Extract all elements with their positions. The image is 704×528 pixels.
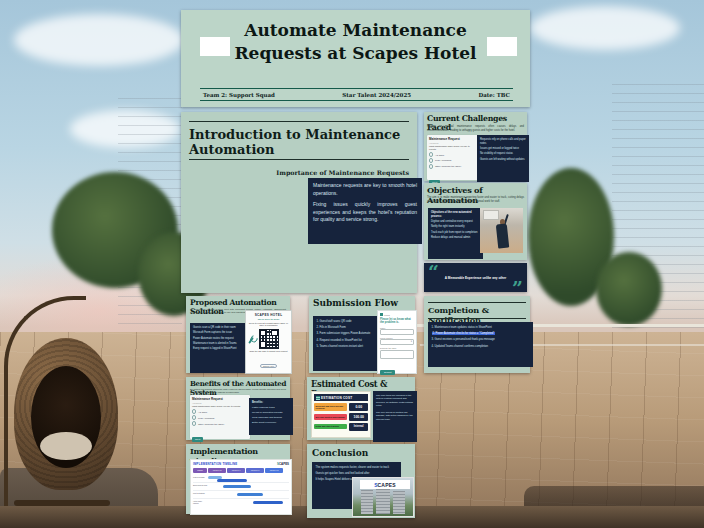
submit-button: Submit [380,370,395,375]
qr-code [259,329,279,349]
hotel-building-render: SCAPES [352,477,414,517]
form-option: AC Issue [192,409,248,413]
challenge-point: Requests rely on phone calls and paper n… [480,138,526,146]
benefits-points-box: Benefits: Faster response times No lost … [249,398,293,435]
completion-step: 3. Guest receives a personalised thank-y… [432,338,530,342]
form-title: Maintenance Request [429,137,476,141]
solution-point: Maintenance team is alerted in Teams [193,342,245,346]
form-option: Other (describe the issue) [429,164,476,168]
completion-slide-card[interactable]: Completion & Notification 1. Maintenance… [424,296,530,373]
estimation-cost-header: ESTIMATION COST [314,394,368,401]
submission-title: Submission Flow [313,298,398,308]
presentation-title: Automate Maintenance Requests at Scapes … [181,19,530,65]
objectives-slide-card[interactable]: Objectives of Automation The aim is to m… [424,183,527,260]
conclusion-slide-card[interactable]: Conclusion The system makes requests fas… [307,444,415,518]
submission-step: 5. Teams channel receives instant alert [317,345,377,349]
challenge-point: Issues get missed or logged twice [480,147,526,151]
radio-icon [429,152,433,156]
week-header: Week 7-8 [265,468,283,473]
textarea-input [380,350,414,359]
submission-step: 4. Request recorded in SharePoint list [317,339,377,343]
cost-value: Internal [349,423,368,431]
worker-body [496,223,509,248]
cost-row: Setup and staff training Internal [314,423,368,431]
cost-note: The only spend is printing QR signage, w… [376,411,414,421]
solution-slide-card[interactable]: Proposed Automation Solution An automate… [186,296,290,373]
cost-slide-card[interactable]: Estimated Cost & Resources ESTIMATION CO… [307,377,415,440]
radio-icon [192,421,196,425]
hotel-tower [376,486,390,514]
conclusion-point: Guests get quicker fixes and feel looked… [316,472,398,476]
wrench-icon [248,337,254,344]
weeks-column-header: Phase [193,468,207,473]
cost-row: QR code posters and signage 100.00 [314,413,368,421]
qr-flyer: SCAPES HOTEL We're here to help! Need to… [245,310,292,374]
gantt-title: IMPLEMENTATION TIMELINE [193,462,237,466]
title-footer-bar: Team 2: Support Squad Star Talent 2024/2… [200,88,513,101]
objective-point: Digitise and centralise every request [431,220,480,224]
qr-marker [260,330,267,337]
phase-label: Hotel-wide launch [193,500,208,504]
objective-point: Reduce delays and manual admin [431,236,480,240]
flyer-tagline: We're here to help! [248,318,289,321]
submission-steps-box: 1. Guest/staff scans QR code 2. Fills in… [313,316,380,371]
flyer-hotel-name: SCAPES HOTEL [248,313,289,317]
presentation-canvas: Automate Maintenance Requests at Scapes … [0,0,704,528]
timeline-slide-card[interactable]: Implementation Timeline IMPLEMENTATION T… [186,444,290,514]
challenges-points-box: Requests rely on phone calls and paper n… [477,135,529,182]
event-label: Star Talent 2024/2025 [342,92,411,98]
flyer-prompt: Need to request a maintenance issue or h… [248,322,289,328]
cost-label: Setup and staff training [314,424,347,430]
benefit-point: No lost or duplicated requests [252,411,290,414]
field-label: Name [380,327,414,329]
cost-value: 100.00 [349,413,368,421]
form-screenshot: Maintenance Request * Required What main… [427,135,478,180]
title-slide-card[interactable]: Automate Maintenance Requests at Scapes … [181,10,530,107]
ceiling-unit [483,210,499,220]
intro-slide-card[interactable]: Introduction to Maintenance Automation I… [181,112,417,293]
cost-value: 0.00 [349,403,368,411]
challenge-point: Guests are left waiting without updates [480,158,526,162]
form-option: Other (describe the issue) [192,421,248,425]
flyer-caption: Scan the QR code to submit your request [248,350,289,353]
form-question: What maintenance issue would you like to… [429,145,476,151]
gantt-grid: Phase Week 1-2 Week 3-4 Week 5-6 Week 7-… [193,468,289,506]
objective-point: Notify the right team instantly [431,225,480,229]
benefits-slide-card[interactable]: Benefits of the Automated System By cutt… [186,377,290,440]
form-option: Leak / Plumbing [429,158,476,162]
microsoft-form-screenshot: Forms Please let us know what the proble… [377,310,417,374]
benefit-point: Better guest experience [252,421,290,424]
title-line-1: Automate Maintenance [181,19,530,42]
dropdown-input [380,339,414,345]
form-next-button: Next [192,437,203,442]
phase-label: Build form & flow [193,484,208,486]
date-label: Date: TBC [478,92,510,98]
form-title: Maintenance Request [192,397,248,401]
completion-steps-box: 1. Maintenance team updates status in Sh… [428,322,533,367]
objectives-list-title: Objectives of the new automated process: [431,211,480,219]
week-header: Week 1-2 [208,468,226,473]
gantt-bar [223,485,251,488]
benefits-intro: By cutting out manual steps the hotel re… [190,388,286,394]
team-label: Team 2: Support Squad [203,92,275,98]
challenges-intro: Relying on manual maintenance requests o… [427,125,524,132]
week-header: Week 5-6 [246,468,264,473]
submission-slide-card[interactable]: Submission Flow 1. Guest/staff scans QR … [309,296,415,373]
estimation-cost-panel: ESTIMATION COST Microsoft 365 tools (alr… [311,391,371,438]
form-required-note: * Required [192,402,248,404]
challenges-slide-card[interactable]: Current Challenges Faced Relying on manu… [424,112,527,181]
cost-label: QR code posters and signage [314,414,347,420]
tree [596,252,662,326]
qr-marker [260,341,267,348]
field-label: Room number [380,337,414,339]
gantt-bar [253,501,283,504]
cost-label: Microsoft 365 tools (already licensed) [314,403,347,411]
gantt-chart: IMPLEMENTATION TIMELINE SCAPES Phase Wee… [190,459,292,515]
submission-step: 3. Form submission triggers Power Automa… [317,332,377,336]
scapes-logo: SCAPES [277,462,289,466]
form-screenshot: Maintenance Request * Required What main… [190,395,250,439]
gantt-bar [237,493,263,496]
week-header: Week 3-4 [227,468,245,473]
phase-label: Pilot & testing [193,492,208,494]
quote-card[interactable]: “ A Memorable Experience unlike any othe… [424,263,527,292]
